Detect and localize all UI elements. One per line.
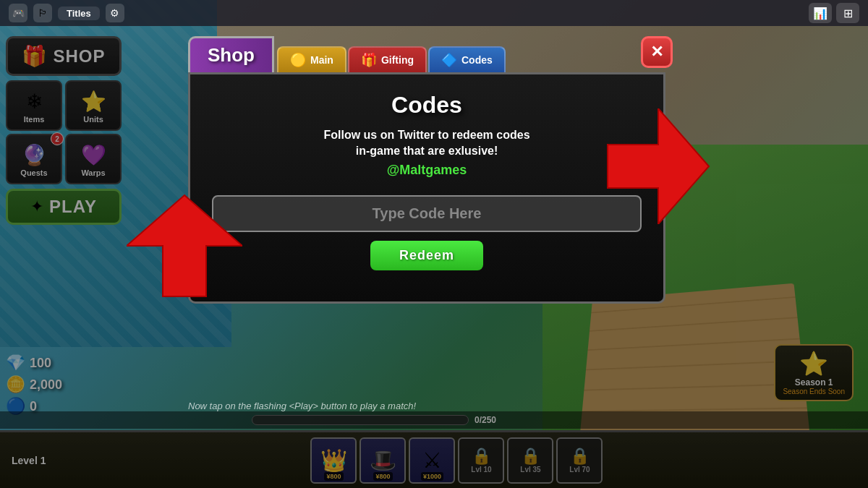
- titles-label[interactable]: Titles: [58, 7, 100, 20]
- tab-gifting[interactable]: 🎁 Gifting: [348, 46, 427, 72]
- codes-title: Codes: [212, 92, 642, 119]
- code-input-wrapper: [212, 195, 642, 232]
- shop-modal: Shop 🟡 Main 🎁 Gifting 🔷 Codes ✕ Codes Fo…: [188, 36, 665, 304]
- notice-text: Now tap on the flashing <Play> button to…: [188, 401, 416, 411]
- tab-group: 🟡 Main 🎁 Gifting 🔷 Codes: [277, 46, 506, 72]
- code-input[interactable]: [225, 205, 629, 222]
- redeem-button[interactable]: Redeem: [370, 241, 483, 270]
- chart-button[interactable]: 📊: [809, 3, 832, 23]
- gear-icon[interactable]: ⚙: [106, 4, 124, 22]
- close-button[interactable]: ✕: [641, 36, 673, 68]
- codes-description: Follow us on Twitter to redeem codesin-g…: [212, 127, 642, 160]
- modal-header: Shop 🟡 Main 🎁 Gifting 🔷 Codes ✕: [188, 36, 665, 72]
- shop-banner: Shop: [188, 36, 274, 72]
- main-tab-label: Main: [310, 54, 333, 66]
- game-logo-icon: 🎮: [9, 4, 27, 22]
- gifting-tab-icon: 🎁: [361, 52, 377, 68]
- top-bar-right: 📊 ⊞: [809, 3, 859, 23]
- codes-tab-icon: 🔷: [441, 52, 457, 68]
- top-bar: 🎮 🏳 Titles ⚙ 📊 ⊞: [0, 0, 868, 26]
- tab-codes[interactable]: 🔷 Codes: [428, 46, 506, 72]
- flag-icon: 🏳: [33, 4, 52, 22]
- codes-tab-label: Codes: [461, 54, 493, 66]
- modal-body: Codes Follow us on Twitter to redeem cod…: [188, 72, 665, 304]
- gifting-tab-label: Gifting: [381, 54, 414, 66]
- close-icon: ✕: [650, 43, 663, 61]
- top-bar-left: 🎮 🏳 Titles ⚙: [9, 4, 124, 22]
- tab-main[interactable]: 🟡 Main: [277, 46, 346, 72]
- grid-button[interactable]: ⊞: [836, 3, 859, 23]
- codes-twitter[interactable]: @Maltgames: [212, 163, 642, 178]
- main-tab-icon: 🟡: [290, 52, 306, 68]
- shop-banner-text: Shop: [208, 44, 255, 67]
